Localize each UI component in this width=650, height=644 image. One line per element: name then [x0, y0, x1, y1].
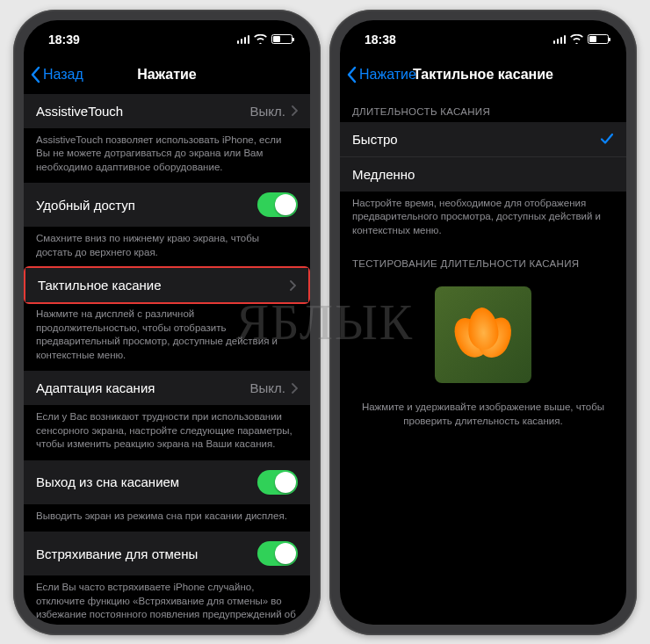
status-time: 18:38: [365, 33, 396, 47]
row-footer: Смахните вниз по нижнему краю экрана, чт…: [24, 227, 310, 268]
test-image[interactable]: [435, 286, 531, 383]
flower-icon: [452, 304, 514, 365]
battery-icon: [588, 34, 609, 44]
status-icons: [553, 34, 610, 44]
row-label: Удобный доступ: [36, 198, 135, 213]
chevron-right-icon: [289, 280, 296, 291]
status-time: 18:39: [48, 33, 80, 47]
notch: [97, 20, 237, 43]
row-footer: Нажмите на дисплей с различной продолжит…: [24, 302, 310, 371]
row-label: Выход из сна касанием: [36, 474, 179, 489]
section-footer: Настройте время, необходимое для отображ…: [340, 192, 626, 247]
settings-list[interactable]: ДЛИТЕЛЬНОСТЬ КАСАНИЯ Быстро Медленно Нас…: [340, 94, 626, 625]
row-label: AssistiveTouch: [36, 104, 123, 119]
page-title: Нажатие: [137, 67, 196, 83]
checkmark-icon: [600, 132, 614, 146]
highlight-box: Тактильное касание: [24, 266, 310, 304]
row-tap-to-wake[interactable]: Выход из сна касанием: [24, 460, 310, 504]
section-header-duration: ДЛИТЕЛЬНОСТЬ КАСАНИЯ: [340, 94, 626, 122]
row-shake-to-undo[interactable]: Встряхивание для отмены: [24, 532, 310, 575]
row-touch-accommodations[interactable]: Адаптация касания Выкл.: [24, 371, 310, 405]
back-button[interactable]: Нажатие: [345, 66, 416, 83]
back-button[interactable]: Назад: [29, 66, 83, 83]
nav-bar: Назад Нажатие: [24, 55, 310, 94]
cellular-icon: [237, 34, 250, 44]
row-slow[interactable]: Медленно: [340, 156, 626, 192]
notch: [413, 20, 553, 43]
row-haptic-touch[interactable]: Тактильное касание: [25, 268, 308, 302]
screen-left: 18:39 Назад Нажатие AssistiveTouch Выкл.…: [24, 20, 310, 625]
chevron-left-icon: [345, 66, 358, 83]
screen-right: 18:38 Нажатие Тактильное касание ДЛИТЕЛЬ…: [340, 20, 626, 625]
row-label: Встряхивание для отмены: [36, 546, 198, 561]
status-icons: [237, 34, 293, 44]
phone-left: 18:39 Назад Нажатие AssistiveTouch Выкл.…: [13, 10, 321, 635]
page-title: Тактильное касание: [413, 67, 553, 83]
section-footer: Нажмите и удерживайте изображение выше, …: [340, 395, 626, 437]
settings-list[interactable]: AssistiveTouch Выкл. AssistiveTouch позв…: [24, 94, 310, 625]
row-footer: Выводить экран из режима сна при касании…: [24, 504, 310, 532]
row-footer: Если у Вас возникают трудности при испол…: [24, 405, 310, 460]
tap-to-wake-switch[interactable]: [257, 470, 298, 495]
row-assistivetouch[interactable]: AssistiveTouch Выкл.: [24, 94, 310, 128]
reachability-switch[interactable]: [257, 192, 298, 217]
row-label: Медленно: [352, 167, 415, 182]
battery-icon: [271, 34, 292, 44]
row-reachability[interactable]: Удобный доступ: [24, 183, 310, 227]
back-label: Назад: [43, 67, 83, 83]
row-footer: AssistiveTouch позволяет использовать iP…: [24, 128, 310, 184]
chevron-right-icon: [291, 105, 298, 116]
nav-bar: Нажатие Тактильное касание: [340, 55, 626, 94]
section-header-test: ТЕСТИРОВАНИЕ ДЛИТЕЛЬНОСТИ КАСАНИЯ: [340, 246, 626, 274]
row-label: Быстро: [352, 132, 398, 147]
shake-to-undo-switch[interactable]: [257, 541, 298, 566]
row-label: Тактильное касание: [38, 278, 162, 293]
cellular-icon: [553, 34, 567, 44]
wifi-icon: [570, 34, 583, 44]
phone-right: 18:38 Нажатие Тактильное касание ДЛИТЕЛЬ…: [329, 10, 637, 635]
chevron-right-icon: [291, 383, 298, 394]
row-value: Выкл.: [250, 104, 285, 119]
wifi-icon: [254, 34, 267, 44]
row-value: Выкл.: [250, 380, 285, 395]
row-label: Адаптация касания: [36, 380, 155, 395]
row-footer: Если Вы часто встряхиваете iPhone случай…: [24, 575, 310, 624]
row-fast[interactable]: Быстро: [340, 122, 626, 156]
back-label: Нажатие: [359, 67, 416, 83]
chevron-left-icon: [29, 66, 41, 83]
